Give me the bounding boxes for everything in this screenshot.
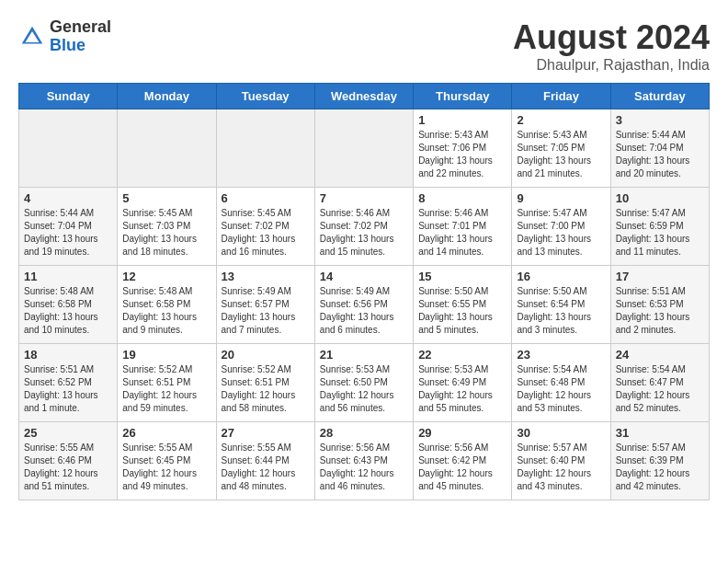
day-number: 5	[122, 191, 210, 205]
day-info: Sunrise: 5:44 AM Sunset: 7:04 PM Dayligh…	[24, 207, 112, 259]
calendar-cell: 23Sunrise: 5:54 AM Sunset: 6:48 PM Dayli…	[512, 344, 610, 422]
day-number: 4	[24, 191, 112, 205]
day-number: 2	[517, 113, 605, 127]
page-header: General Blue August 2024 Dhaulpur, Rajas…	[18, 18, 710, 74]
calendar-cell: 13Sunrise: 5:49 AM Sunset: 6:57 PM Dayli…	[216, 266, 314, 344]
day-number: 3	[616, 113, 704, 127]
day-number: 30	[517, 426, 605, 440]
day-number: 21	[320, 348, 408, 362]
calendar-cell: 11Sunrise: 5:48 AM Sunset: 6:58 PM Dayli…	[19, 266, 118, 344]
calendar-cell: 30Sunrise: 5:57 AM Sunset: 6:40 PM Dayli…	[512, 422, 610, 500]
day-number: 28	[320, 426, 408, 440]
day-info: Sunrise: 5:55 AM Sunset: 6:46 PM Dayligh…	[24, 442, 112, 493]
calendar-cell: 8Sunrise: 5:46 AM Sunset: 7:01 PM Daylig…	[414, 188, 512, 266]
calendar-cell: 1Sunrise: 5:43 AM Sunset: 7:06 PM Daylig…	[414, 109, 512, 188]
weekday-header: Tuesday	[216, 84, 314, 109]
day-number: 22	[418, 348, 506, 362]
calendar-week-row: 11Sunrise: 5:48 AM Sunset: 6:58 PM Dayli…	[19, 266, 710, 344]
calendar-cell: 2Sunrise: 5:43 AM Sunset: 7:05 PM Daylig…	[512, 109, 610, 188]
calendar-cell	[314, 109, 413, 188]
day-info: Sunrise: 5:55 AM Sunset: 6:44 PM Dayligh…	[222, 442, 310, 493]
day-number: 13	[222, 270, 310, 283]
day-number: 27	[222, 426, 310, 440]
location: Dhaulpur, Rajasthan, India	[513, 57, 710, 74]
calendar-cell	[216, 109, 314, 188]
day-info: Sunrise: 5:54 AM Sunset: 6:47 PM Dayligh…	[616, 363, 704, 415]
title-block: August 2024 Dhaulpur, Rajasthan, India	[513, 18, 710, 74]
day-info: Sunrise: 5:52 AM Sunset: 6:51 PM Dayligh…	[222, 363, 310, 415]
calendar-cell: 29Sunrise: 5:56 AM Sunset: 6:42 PM Dayli…	[414, 422, 512, 500]
logo-text: General Blue	[50, 18, 111, 55]
logo: General Blue	[18, 18, 111, 55]
day-info: Sunrise: 5:55 AM Sunset: 6:45 PM Dayligh…	[122, 442, 210, 493]
day-info: Sunrise: 5:45 AM Sunset: 7:03 PM Dayligh…	[122, 207, 210, 259]
day-info: Sunrise: 5:43 AM Sunset: 7:06 PM Dayligh…	[418, 129, 506, 180]
weekday-header: Monday	[118, 84, 216, 109]
calendar-cell	[118, 109, 216, 188]
calendar-cell: 21Sunrise: 5:53 AM Sunset: 6:50 PM Dayli…	[314, 344, 413, 422]
calendar-cell: 7Sunrise: 5:46 AM Sunset: 7:02 PM Daylig…	[314, 188, 413, 266]
day-info: Sunrise: 5:51 AM Sunset: 6:53 PM Dayligh…	[616, 285, 704, 337]
calendar-cell: 27Sunrise: 5:55 AM Sunset: 6:44 PM Dayli…	[216, 422, 314, 500]
day-info: Sunrise: 5:48 AM Sunset: 6:58 PM Dayligh…	[122, 285, 210, 337]
day-info: Sunrise: 5:49 AM Sunset: 6:57 PM Dayligh…	[222, 285, 310, 337]
calendar-week-row: 18Sunrise: 5:51 AM Sunset: 6:52 PM Dayli…	[19, 344, 710, 422]
day-info: Sunrise: 5:57 AM Sunset: 6:39 PM Dayligh…	[616, 442, 704, 493]
day-number: 14	[320, 270, 408, 283]
calendar-cell: 25Sunrise: 5:55 AM Sunset: 6:46 PM Dayli…	[19, 422, 118, 500]
day-number: 9	[517, 191, 605, 205]
day-number: 16	[517, 270, 605, 283]
calendar-cell: 17Sunrise: 5:51 AM Sunset: 6:53 PM Dayli…	[610, 266, 709, 344]
month-title: August 2024	[513, 18, 710, 57]
calendar-cell: 18Sunrise: 5:51 AM Sunset: 6:52 PM Dayli…	[19, 344, 118, 422]
day-info: Sunrise: 5:43 AM Sunset: 7:05 PM Dayligh…	[517, 129, 605, 180]
day-number: 12	[122, 270, 210, 283]
calendar-cell: 22Sunrise: 5:53 AM Sunset: 6:49 PM Dayli…	[414, 344, 512, 422]
day-number: 7	[320, 191, 408, 205]
day-info: Sunrise: 5:56 AM Sunset: 6:43 PM Dayligh…	[320, 442, 408, 493]
weekday-header: Saturday	[610, 84, 709, 109]
weekday-header: Sunday	[19, 84, 118, 109]
calendar-cell: 24Sunrise: 5:54 AM Sunset: 6:47 PM Dayli…	[610, 344, 709, 422]
day-info: Sunrise: 5:46 AM Sunset: 7:02 PM Dayligh…	[320, 207, 408, 259]
calendar-week-row: 1Sunrise: 5:43 AM Sunset: 7:06 PM Daylig…	[19, 109, 710, 188]
calendar-cell: 4Sunrise: 5:44 AM Sunset: 7:04 PM Daylig…	[19, 188, 118, 266]
calendar-cell: 12Sunrise: 5:48 AM Sunset: 6:58 PM Dayli…	[118, 266, 216, 344]
day-info: Sunrise: 5:53 AM Sunset: 6:49 PM Dayligh…	[418, 363, 506, 415]
calendar-cell: 20Sunrise: 5:52 AM Sunset: 6:51 PM Dayli…	[216, 344, 314, 422]
day-number: 11	[24, 270, 112, 283]
calendar-cell: 31Sunrise: 5:57 AM Sunset: 6:39 PM Dayli…	[610, 422, 709, 500]
day-info: Sunrise: 5:47 AM Sunset: 7:00 PM Dayligh…	[517, 207, 605, 259]
logo-icon	[18, 23, 46, 51]
day-number: 29	[418, 426, 506, 440]
day-number: 10	[616, 191, 704, 205]
calendar-table: SundayMondayTuesdayWednesdayThursdayFrid…	[18, 83, 710, 500]
day-info: Sunrise: 5:54 AM Sunset: 6:48 PM Dayligh…	[517, 363, 605, 415]
day-number: 25	[24, 426, 112, 440]
day-number: 19	[122, 348, 210, 362]
day-info: Sunrise: 5:48 AM Sunset: 6:58 PM Dayligh…	[24, 285, 112, 337]
calendar-cell: 5Sunrise: 5:45 AM Sunset: 7:03 PM Daylig…	[118, 188, 216, 266]
day-info: Sunrise: 5:51 AM Sunset: 6:52 PM Dayligh…	[24, 363, 112, 415]
calendar-week-row: 4Sunrise: 5:44 AM Sunset: 7:04 PM Daylig…	[19, 188, 710, 266]
day-number: 15	[418, 270, 506, 283]
day-info: Sunrise: 5:52 AM Sunset: 6:51 PM Dayligh…	[122, 363, 210, 415]
calendar-cell: 9Sunrise: 5:47 AM Sunset: 7:00 PM Daylig…	[512, 188, 610, 266]
day-number: 24	[616, 348, 704, 362]
calendar-cell: 3Sunrise: 5:44 AM Sunset: 7:04 PM Daylig…	[610, 109, 709, 188]
day-info: Sunrise: 5:46 AM Sunset: 7:01 PM Dayligh…	[418, 207, 506, 259]
day-number: 20	[222, 348, 310, 362]
calendar-week-row: 25Sunrise: 5:55 AM Sunset: 6:46 PM Dayli…	[19, 422, 710, 500]
calendar-cell: 28Sunrise: 5:56 AM Sunset: 6:43 PM Dayli…	[314, 422, 413, 500]
day-number: 6	[222, 191, 310, 205]
calendar-cell: 15Sunrise: 5:50 AM Sunset: 6:55 PM Dayli…	[414, 266, 512, 344]
day-number: 18	[24, 348, 112, 362]
day-info: Sunrise: 5:45 AM Sunset: 7:02 PM Dayligh…	[222, 207, 310, 259]
calendar-cell: 26Sunrise: 5:55 AM Sunset: 6:45 PM Dayli…	[118, 422, 216, 500]
day-number: 31	[616, 426, 704, 440]
day-info: Sunrise: 5:44 AM Sunset: 7:04 PM Dayligh…	[616, 129, 704, 180]
day-number: 8	[418, 191, 506, 205]
calendar-cell	[19, 109, 118, 188]
calendar-cell: 14Sunrise: 5:49 AM Sunset: 6:56 PM Dayli…	[314, 266, 413, 344]
day-number: 23	[517, 348, 605, 362]
